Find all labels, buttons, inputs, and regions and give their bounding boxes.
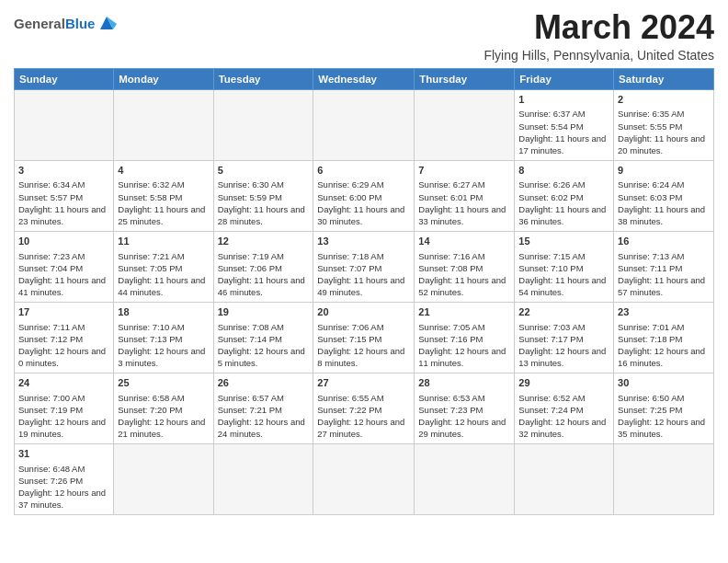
logo-area: General Blue (14, 9, 117, 33)
calendar-cell (313, 89, 415, 160)
day-info: Sunrise: 7:23 AM Sunset: 7:04 PM Dayligh… (18, 250, 109, 299)
day-number: 11 (118, 235, 209, 248)
day-info: Sunrise: 6:27 AM Sunset: 6:01 PM Dayligh… (418, 178, 510, 227)
day-number: 19 (218, 305, 310, 319)
header-cell-tuesday: Tuesday (213, 68, 313, 89)
calendar-cell: 20Sunrise: 7:06 AM Sunset: 7:15 PM Dayli… (313, 302, 415, 373)
week-row-5: 24Sunrise: 7:00 AM Sunset: 7:19 PM Dayli… (15, 373, 714, 443)
calendar-cell (114, 89, 213, 160)
day-number: 30 (618, 376, 710, 390)
day-number: 5 (218, 164, 310, 178)
calendar-cell: 13Sunrise: 7:18 AM Sunset: 7:07 PM Dayli… (313, 231, 415, 302)
day-number: 9 (618, 164, 710, 178)
day-number: 16 (618, 235, 710, 248)
day-info: Sunrise: 6:35 AM Sunset: 5:55 PM Dayligh… (618, 108, 710, 156)
calendar-cell: 29Sunrise: 6:52 AM Sunset: 7:24 PM Dayli… (515, 373, 614, 443)
header-cell-wednesday: Wednesday (313, 68, 415, 89)
calendar-cell: 8Sunrise: 6:26 AM Sunset: 6:02 PM Daylig… (515, 160, 614, 231)
calendar-table: SundayMondayTuesdayWednesdayThursdayFrid… (14, 68, 714, 515)
calendar-cell: 18Sunrise: 7:10 AM Sunset: 7:13 PM Dayli… (114, 302, 213, 373)
day-info: Sunrise: 7:11 AM Sunset: 7:12 PM Dayligh… (18, 321, 109, 370)
calendar-cell: 7Sunrise: 6:27 AM Sunset: 6:01 PM Daylig… (415, 160, 515, 231)
calendar-cell: 9Sunrise: 6:24 AM Sunset: 6:03 PM Daylig… (614, 160, 714, 231)
calendar-cell: 26Sunrise: 6:57 AM Sunset: 7:21 PM Dayli… (213, 373, 313, 443)
calendar-cell: 31Sunrise: 6:48 AM Sunset: 7:26 PM Dayli… (15, 443, 114, 514)
page-container: General Blue March 2024 Flying Hills, Pe… (14, 9, 714, 515)
day-number: 8 (518, 164, 609, 178)
week-row-4: 17Sunrise: 7:11 AM Sunset: 7:12 PM Dayli… (15, 302, 714, 373)
header-cell-sunday: Sunday (15, 68, 114, 89)
day-info: Sunrise: 7:21 AM Sunset: 7:05 PM Dayligh… (118, 250, 209, 299)
header-row: SundayMondayTuesdayWednesdayThursdayFrid… (15, 68, 714, 89)
calendar-cell: 5Sunrise: 6:30 AM Sunset: 5:59 PM Daylig… (213, 160, 313, 231)
day-info: Sunrise: 6:29 AM Sunset: 6:00 PM Dayligh… (317, 178, 410, 227)
location-subtitle: Flying Hills, Pennsylvania, United State… (483, 48, 714, 63)
logo-blue-text: Blue (65, 16, 96, 31)
day-number: 14 (418, 235, 510, 248)
day-info: Sunrise: 7:18 AM Sunset: 7:07 PM Dayligh… (317, 250, 410, 299)
calendar-cell: 1Sunrise: 6:37 AM Sunset: 5:54 PM Daylig… (515, 89, 614, 160)
day-number: 13 (317, 235, 410, 248)
day-number: 1 (518, 93, 609, 107)
day-number: 18 (118, 305, 209, 319)
day-number: 27 (317, 376, 410, 390)
logo-general-text: General (14, 16, 65, 31)
day-info: Sunrise: 7:13 AM Sunset: 7:11 PM Dayligh… (618, 250, 710, 299)
calendar-cell: 14Sunrise: 7:16 AM Sunset: 7:08 PM Dayli… (415, 231, 515, 302)
calendar-cell: 4Sunrise: 6:32 AM Sunset: 5:58 PM Daylig… (114, 160, 213, 231)
day-info: Sunrise: 6:34 AM Sunset: 5:57 PM Dayligh… (18, 178, 109, 227)
calendar-cell (213, 443, 313, 514)
calendar-cell: 28Sunrise: 6:53 AM Sunset: 7:23 PM Dayli… (415, 373, 515, 443)
day-info: Sunrise: 6:37 AM Sunset: 5:54 PM Dayligh… (518, 108, 609, 156)
day-number: 25 (118, 376, 209, 390)
day-number: 17 (18, 305, 109, 319)
day-info: Sunrise: 6:57 AM Sunset: 7:21 PM Dayligh… (218, 392, 310, 441)
day-info: Sunrise: 6:58 AM Sunset: 7:20 PM Dayligh… (118, 392, 209, 441)
calendar-cell: 24Sunrise: 7:00 AM Sunset: 7:19 PM Dayli… (15, 373, 114, 443)
day-info: Sunrise: 7:19 AM Sunset: 7:06 PM Dayligh… (218, 250, 310, 299)
calendar-header: SundayMondayTuesdayWednesdayThursdayFrid… (15, 68, 714, 89)
day-info: Sunrise: 7:15 AM Sunset: 7:10 PM Dayligh… (518, 250, 609, 299)
header-cell-monday: Monday (114, 68, 213, 89)
calendar-body: 1Sunrise: 6:37 AM Sunset: 5:54 PM Daylig… (15, 89, 714, 514)
day-number: 29 (518, 376, 609, 390)
calendar-cell (114, 443, 213, 514)
day-info: Sunrise: 7:06 AM Sunset: 7:15 PM Dayligh… (317, 321, 410, 370)
day-info: Sunrise: 6:24 AM Sunset: 6:03 PM Dayligh… (618, 178, 710, 227)
calendar-cell: 10Sunrise: 7:23 AM Sunset: 7:04 PM Dayli… (15, 231, 114, 302)
week-row-1: 1Sunrise: 6:37 AM Sunset: 5:54 PM Daylig… (15, 89, 714, 160)
day-info: Sunrise: 6:32 AM Sunset: 5:58 PM Dayligh… (118, 178, 209, 227)
day-info: Sunrise: 7:01 AM Sunset: 7:18 PM Dayligh… (618, 321, 710, 370)
logo: General Blue (14, 13, 117, 33)
day-info: Sunrise: 7:00 AM Sunset: 7:19 PM Dayligh… (18, 392, 109, 441)
day-number: 4 (118, 164, 209, 178)
calendar-cell (614, 443, 714, 514)
day-number: 28 (418, 376, 510, 390)
week-row-3: 10Sunrise: 7:23 AM Sunset: 7:04 PM Dayli… (15, 231, 714, 302)
day-info: Sunrise: 7:10 AM Sunset: 7:13 PM Dayligh… (118, 321, 209, 370)
month-title: March 2024 (483, 9, 714, 46)
calendar-cell: 3Sunrise: 6:34 AM Sunset: 5:57 PM Daylig… (15, 160, 114, 231)
day-number: 24 (18, 376, 109, 390)
day-number: 6 (317, 164, 410, 178)
calendar-cell: 6Sunrise: 6:29 AM Sunset: 6:00 PM Daylig… (313, 160, 415, 231)
calendar-cell: 27Sunrise: 6:55 AM Sunset: 7:22 PM Dayli… (313, 373, 415, 443)
header-cell-saturday: Saturday (614, 68, 714, 89)
day-info: Sunrise: 7:08 AM Sunset: 7:14 PM Dayligh… (218, 321, 310, 370)
week-row-6: 31Sunrise: 6:48 AM Sunset: 7:26 PM Dayli… (15, 443, 714, 514)
day-number: 20 (317, 305, 410, 319)
day-info: Sunrise: 6:48 AM Sunset: 7:26 PM Dayligh… (18, 463, 109, 511)
calendar-cell: 30Sunrise: 6:50 AM Sunset: 7:25 PM Dayli… (614, 373, 714, 443)
header-cell-thursday: Thursday (415, 68, 515, 89)
calendar-cell: 22Sunrise: 7:03 AM Sunset: 7:17 PM Dayli… (515, 302, 614, 373)
title-area: March 2024 Flying Hills, Pennsylvania, U… (483, 9, 714, 63)
calendar-cell: 16Sunrise: 7:13 AM Sunset: 7:11 PM Dayli… (614, 231, 714, 302)
calendar-cell (415, 443, 515, 514)
day-info: Sunrise: 7:03 AM Sunset: 7:17 PM Dayligh… (518, 321, 609, 370)
day-number: 3 (18, 164, 109, 178)
calendar-cell: 15Sunrise: 7:15 AM Sunset: 7:10 PM Dayli… (515, 231, 614, 302)
day-number: 21 (418, 305, 510, 319)
logo-icon (97, 13, 117, 33)
day-info: Sunrise: 7:05 AM Sunset: 7:16 PM Dayligh… (418, 321, 510, 370)
day-number: 15 (518, 235, 609, 248)
